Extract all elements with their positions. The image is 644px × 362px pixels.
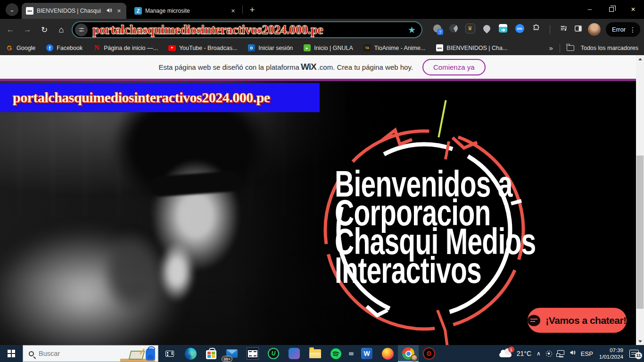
task-view-button[interactable] [159,345,180,362]
page-viewport: Esta página web se diseñó con la platafo… [0,55,644,345]
word-taskbar-icon[interactable]: W [356,345,377,362]
pie-extension-icon[interactable] [448,23,459,33]
temperature-label[interactable]: 21°C [517,350,531,357]
page-scrollbar[interactable] [636,55,644,345]
bookmark-wix-site[interactable]: wix BIENVENIDOS | Cha... [436,44,507,52]
error-label: Error [612,26,626,33]
store-taskbar-icon[interactable] [201,345,222,362]
windows-taskbar: 99+ U W ⚙ 1 21°C ∧ [0,345,644,362]
minimize-button[interactable]: ─ [579,0,601,19]
tab-close-icon[interactable]: ✕ [116,7,122,15]
bookmark-label: TioAnime - Anime... [374,45,426,51]
media-controls-icon[interactable] [560,24,569,35]
scroll-down-arrow[interactable] [636,337,644,345]
start-button[interactable] [0,345,23,362]
bookmark-label: Facebook [57,45,83,51]
tab-close-icon[interactable]: ✕ [230,7,236,15]
crown-extension-icon[interactable]: ♛ [465,23,475,33]
notification-center-icon[interactable]: 11 [629,350,639,358]
office-taskbar-icon[interactable] [284,345,305,362]
redgear-taskbar-icon[interactable]: ⚙ [419,345,439,362]
weather-widget[interactable]: 1 [499,349,512,358]
extensions-puzzle-icon[interactable] [531,23,541,33]
bookmark-gnula[interactable]: ▸ Inicio | GNULA [303,44,353,52]
iobit-taskbar-icon[interactable]: U [263,345,284,362]
weather-badge: 1 [508,346,514,353]
bookmark-outlook[interactable]: o Iniciar sesión [248,44,293,52]
movies-taskbar-icon[interactable] [242,345,263,362]
tab-audio-icon[interactable] [106,7,113,15]
mail-taskbar-icon[interactable]: 99+ [222,345,242,362]
help-extension-icon[interactable]: ? [432,23,442,33]
scroll-up-arrow[interactable] [636,55,644,63]
meet-now-icon[interactable] [546,351,552,357]
scrollbar-thumb[interactable] [636,156,644,309]
close-button[interactable]: ✕ [622,0,644,19]
pencil-art [140,348,145,354]
spotify-taskbar-icon[interactable] [325,345,346,362]
site-settings-icon[interactable] [75,24,88,36]
explorer-taskbar-icon[interactable] [305,345,325,362]
task-view-icon [165,351,174,357]
firefox-icon [382,348,394,360]
tray-expand-icon[interactable]: ∧ [537,350,541,357]
search-input[interactable] [39,350,105,357]
side-panel-icon[interactable] [574,24,583,35]
profile-avatar[interactable] [588,23,601,36]
bookmark-label: YouTube - Broadcas... [179,45,237,51]
chrome-profile-avatar [411,354,418,362]
iobit-icon: U [268,348,279,359]
forward-button[interactable]: → [21,23,34,36]
restore-button[interactable] [601,0,622,19]
bookmark-youtube[interactable]: YouTube - Broadcas... [168,44,237,52]
movies-icon [247,347,259,360]
edge-taskbar-icon[interactable] [180,345,201,362]
reload-button[interactable]: ↻ [38,23,51,36]
wix-banner-text: Esta página web se diseñó con la platafo… [158,63,299,71]
bookmark-google[interactable]: G Google [6,44,35,52]
bookmark-tioanime[interactable]: TA TioAnime - Anime... [363,44,426,52]
date-label: 1/01/2024 [599,354,623,360]
page-heading: Bienvenidos a Corporacion Chasqui Medios… [335,170,536,285]
chat-button[interactable]: ¡Vamos a chatear! [528,308,627,333]
volume-icon[interactable] [569,349,577,358]
edge-icon [185,348,197,360]
wix-cta-button[interactable]: Comienza ya [422,59,486,75]
browser-menu-error-button[interactable]: Error ⋮ [606,22,640,37]
windows-logo-icon [8,350,15,357]
back-button[interactable]: ← [4,23,17,36]
notification-badge: 11 [635,352,642,359]
tab-search-button[interactable]: ⌄ [6,3,18,16]
site-url-banner: portalchasquimediosinteractivos2024.000.… [0,83,320,112]
address-bar[interactable]: portalchasquimediosinteractivos2024.000.… [72,21,422,38]
browser-toolbar: ← → ↻ ⌂ portalchasquimediosinteractivos2… [0,19,644,41]
taskbar-search-box[interactable] [23,345,158,362]
language-indicator[interactable]: ESP [581,350,593,357]
all-bookmarks-button[interactable]: Todos los marcadores [581,45,638,51]
more-menu-icon[interactable]: ⋮ [629,26,636,33]
mini-taskbar-icon[interactable] [346,345,356,362]
taskbar-app-icons: 99+ U W ⚙ [159,345,439,362]
url-text[interactable]: portalchasquimediosinteractivos2024.000.… [92,23,404,37]
bookmark-netflix[interactable]: N Página de inicio —... [93,44,158,52]
droplet-extension-icon[interactable] [481,23,492,33]
tab-inactive[interactable]: Z Manage microsite ✕ [130,3,240,19]
new-tab-button[interactable]: + [246,4,258,16]
tab-active[interactable]: wix BIENVENIDOS | Chasqui 202 ✕ [22,3,126,19]
wix-bookmark-icon: wix [436,44,443,51]
home-button[interactable]: ⌂ [55,23,68,36]
backpack-art [146,348,155,361]
bookmark-facebook[interactable]: f Facebook [46,44,83,52]
youtube-icon [168,45,176,51]
clock-widget[interactable]: 07:39 1/01/2024 [597,347,625,360]
bookmarks-overflow-icon[interactable]: » [549,44,553,52]
crown-glyph: ♛ [465,24,475,33]
network-icon[interactable] [556,350,565,357]
help-badge: ? [437,29,443,35]
download-manager-extension-icon[interactable]: ➔ [498,23,508,33]
bookmark-star-icon[interactable]: ★ [408,25,416,35]
zoom-extension-icon[interactable]: zm [514,23,525,33]
bookmark-label: Inicio | GNULA [314,45,353,51]
firefox-taskbar-icon[interactable] [377,345,398,362]
chrome-taskbar-icon[interactable] [398,345,419,362]
